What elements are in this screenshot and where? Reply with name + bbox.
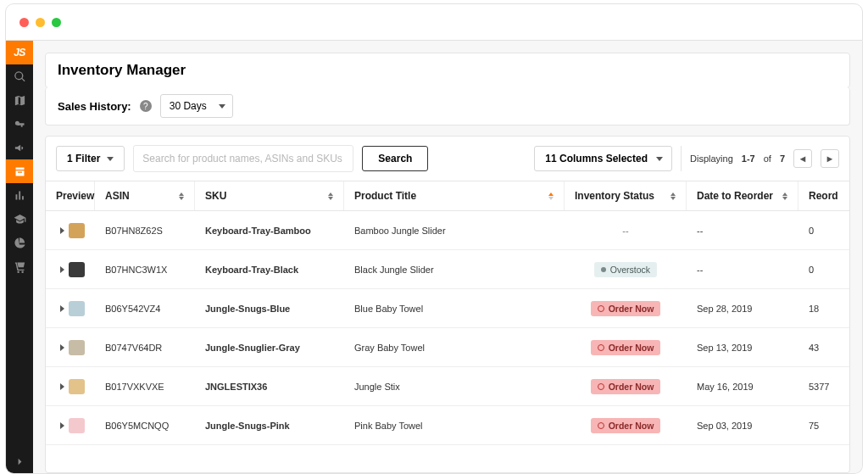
- divider: [681, 146, 682, 171]
- sidebar-item-bars[interactable]: [6, 183, 33, 207]
- cell-date-reorder: May 16, 2019: [687, 373, 798, 400]
- cell-reorder-qty: 5377: [798, 373, 849, 400]
- map-icon: [14, 94, 26, 107]
- next-page-button[interactable]: ►: [821, 149, 839, 168]
- sort-icon: [670, 192, 676, 200]
- sort-icon: [179, 192, 184, 200]
- column-header-reorder-qty[interactable]: Reord: [798, 181, 849, 210]
- cell-asin: B017VXKVXE: [95, 373, 195, 400]
- cell-asin: B07HN8Z62S: [95, 217, 195, 244]
- columns-label: 11 Columns Selected: [545, 153, 648, 165]
- app-logo[interactable]: JS: [6, 41, 33, 64]
- sidebar-item-key[interactable]: [6, 112, 33, 136]
- chevron-right-icon: [60, 422, 64, 429]
- cell-sku: JNGLESTIX36: [195, 373, 344, 400]
- search-button[interactable]: Search: [362, 146, 428, 171]
- column-header-product-title[interactable]: Product Title: [344, 181, 565, 210]
- expand-row-button[interactable]: [56, 422, 68, 429]
- cell-product-title: Bamboo Jungle Slider: [344, 217, 565, 244]
- sidebar-item-academy[interactable]: [6, 207, 33, 231]
- product-thumbnail: [69, 301, 85, 316]
- expand-row-button[interactable]: [56, 344, 68, 351]
- cell-inventory-status: Order Now: [565, 293, 687, 325]
- cell-preview: [46, 254, 95, 286]
- sidebar: JS: [6, 41, 33, 473]
- minimize-window-icon[interactable]: [36, 18, 45, 27]
- cell-preview: [46, 332, 95, 364]
- sidebar-item-map[interactable]: [6, 88, 33, 112]
- sidebar-item-megaphone[interactable]: [6, 136, 33, 159]
- chevron-right-icon: [60, 344, 64, 351]
- chevron-down-icon: [219, 104, 225, 109]
- expand-row-button[interactable]: [56, 227, 68, 234]
- product-thumbnail: [69, 418, 85, 433]
- status-badge-order-now[interactable]: Order Now: [591, 340, 661, 355]
- column-header-date-reorder[interactable]: Date to Reorder: [687, 181, 798, 210]
- cell-reorder-qty: 18: [798, 295, 849, 322]
- column-header-sku[interactable]: SKU: [195, 181, 344, 210]
- cell-reorder-qty: 0: [798, 256, 849, 283]
- sidebar-item-inventory[interactable]: [6, 159, 33, 183]
- status-badge-order-now[interactable]: Order Now: [591, 418, 661, 433]
- chevron-right-icon: [60, 227, 64, 234]
- cell-date-reorder: --: [687, 217, 798, 244]
- chevron-down-icon: [656, 157, 663, 161]
- title-card: Inventory Manager: [45, 53, 850, 88]
- sidebar-item-analytics[interactable]: [6, 231, 33, 254]
- chevron-right-icon: [14, 455, 26, 468]
- cell-date-reorder: Sep 28, 2019: [687, 295, 798, 322]
- cell-sku: Keyboard-Tray-Black: [195, 256, 344, 283]
- cell-sku: Jungle-Snugs-Blue: [195, 295, 344, 322]
- table-body: B07HN8Z62SKeyboard-Tray-BambooBamboo Jun…: [46, 211, 849, 472]
- product-thumbnail: [69, 262, 85, 277]
- close-window-icon[interactable]: [19, 18, 29, 27]
- status-badge-order-now[interactable]: Order Now: [591, 301, 661, 316]
- sales-history-label: Sales History:: [58, 100, 131, 113]
- chevron-down-icon: [107, 157, 114, 161]
- cell-sku: Jungle-Snugs-Pink: [195, 412, 344, 439]
- window-controls: [19, 18, 61, 27]
- table-row: B07HNC3W1XKeyboard-Tray-BlackBlack Jungl…: [46, 250, 849, 289]
- cell-product-title: Gray Baby Towel: [344, 334, 565, 361]
- help-icon[interactable]: ?: [140, 100, 152, 112]
- sales-history-select[interactable]: 30 Days: [160, 94, 233, 118]
- sidebar-item-search[interactable]: [6, 64, 33, 88]
- filter-button[interactable]: 1 Filter: [56, 146, 125, 171]
- cell-inventory-status: --: [565, 217, 687, 244]
- sort-icon: [328, 192, 333, 200]
- displaying-of: of: [764, 153, 771, 164]
- cell-asin: B07HNC3W1X: [95, 256, 195, 283]
- cell-product-title: Jungle Stix: [344, 373, 565, 400]
- cell-reorder-qty: 75: [798, 412, 849, 439]
- sales-history-value: 30 Days: [170, 100, 207, 112]
- maximize-window-icon[interactable]: [52, 18, 61, 27]
- status-badge-order-now[interactable]: Order Now: [591, 379, 661, 394]
- cell-reorder-qty: 0: [798, 217, 849, 244]
- sidebar-item-cart[interactable]: [6, 254, 33, 278]
- cell-preview: [46, 410, 95, 442]
- displaying-range: 1-7: [742, 153, 755, 164]
- prev-page-button[interactable]: ◄: [793, 149, 812, 168]
- expand-row-button[interactable]: [56, 305, 68, 312]
- pie-chart-icon: [14, 237, 26, 249]
- sidebar-expand[interactable]: [6, 449, 33, 473]
- search-input[interactable]: [133, 145, 353, 172]
- table-header: Preview ASIN SKU Product Title Inventory…: [46, 181, 849, 211]
- cell-asin: B06Y542VZ4: [95, 295, 195, 322]
- search-icon: [14, 70, 26, 83]
- displaying-total: 7: [780, 153, 785, 164]
- cell-inventory-status: Order Now: [565, 410, 687, 442]
- expand-row-button[interactable]: [56, 266, 68, 273]
- cell-inventory-status: Overstock: [565, 254, 687, 286]
- expand-row-button[interactable]: [56, 383, 68, 390]
- columns-select[interactable]: 11 Columns Selected: [534, 146, 672, 171]
- cell-sku: Keyboard-Tray-Bamboo: [195, 217, 344, 244]
- table-card: 1 Filter Search 11 Columns Selected Disp…: [45, 136, 850, 473]
- cell-product-title: Pink Baby Towel: [344, 412, 565, 439]
- column-header-preview: Preview: [46, 181, 95, 210]
- table-row: B06Y542VZ4Jungle-Snugs-BlueBlue Baby Tow…: [46, 289, 849, 328]
- column-header-inventory-status[interactable]: Inventory Status: [565, 181, 687, 210]
- chevron-right-icon: [60, 383, 64, 390]
- column-header-asin[interactable]: ASIN: [95, 181, 195, 210]
- cell-product-title: Blue Baby Towel: [344, 295, 565, 322]
